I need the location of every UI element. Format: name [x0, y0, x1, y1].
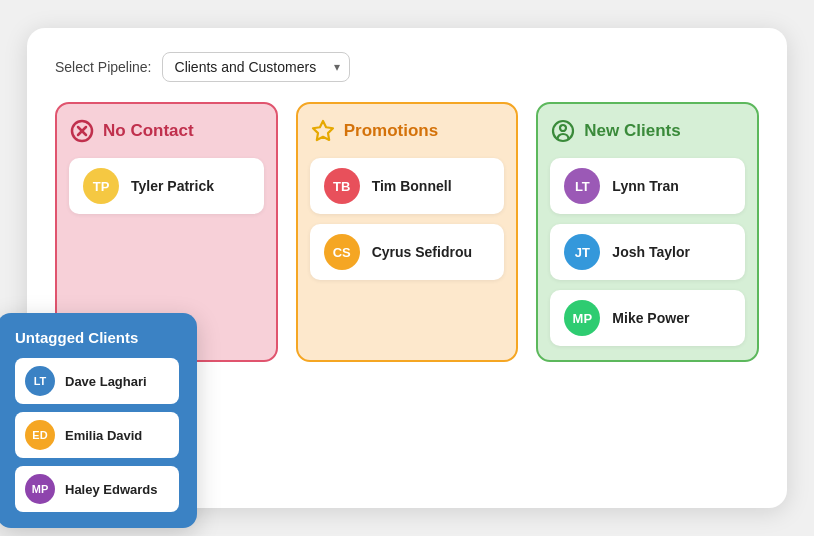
column-new-clients: New ClientsLTLynn TranJTJosh TaylorMPMik… [536, 102, 759, 362]
client-name: Tim Bonnell [372, 178, 452, 194]
svg-point-5 [560, 125, 566, 131]
avatar: MP [564, 300, 600, 336]
avatar: LT [25, 366, 55, 396]
star-icon [310, 118, 336, 144]
person-circle-icon [550, 118, 576, 144]
client-name: Lynn Tran [612, 178, 678, 194]
untagged-clients-list: LTDave LaghariEDEmilia DavidMPHaley Edwa… [15, 358, 179, 512]
client-name: Josh Taylor [612, 244, 690, 260]
client-card[interactable]: JTJosh Taylor [550, 224, 745, 280]
avatar: TB [324, 168, 360, 204]
avatar: LT [564, 168, 600, 204]
circle-x-icon [69, 118, 95, 144]
untagged-client-name: Dave Laghari [65, 374, 147, 389]
column-promotions: PromotionsTBTim BonnellCSCyrus Sefidrou [296, 102, 519, 362]
avatar: MP [25, 474, 55, 504]
pipeline-select-wrapper[interactable]: Clients and Customers [162, 52, 350, 82]
pipeline-label: Select Pipeline: [55, 59, 152, 75]
client-card[interactable]: CSCyrus Sefidrou [310, 224, 505, 280]
column-header-new-clients: New Clients [550, 118, 745, 144]
untagged-client-name: Emilia David [65, 428, 142, 443]
avatar: TP [83, 168, 119, 204]
untagged-client-card[interactable]: EDEmilia David [15, 412, 179, 458]
client-name: Cyrus Sefidrou [372, 244, 472, 260]
untagged-client-card[interactable]: LTDave Laghari [15, 358, 179, 404]
avatar: JT [564, 234, 600, 270]
client-name: Mike Power [612, 310, 689, 326]
untagged-title: Untagged Clients [15, 329, 179, 346]
untagged-client-card[interactable]: MPHaley Edwards [15, 466, 179, 512]
column-header-promotions: Promotions [310, 118, 505, 144]
svg-marker-3 [313, 121, 333, 140]
pipeline-select[interactable]: Clients and Customers [162, 52, 350, 82]
client-card[interactable]: TBTim Bonnell [310, 158, 505, 214]
main-container: Select Pipeline: Clients and Customers N… [27, 28, 787, 508]
client-card[interactable]: TPTyler Patrick [69, 158, 264, 214]
untagged-panel: Untagged Clients LTDave LaghariEDEmilia … [0, 313, 197, 528]
column-header-no-contact: No Contact [69, 118, 264, 144]
column-title-new-clients: New Clients [584, 121, 680, 141]
toolbar: Select Pipeline: Clients and Customers [55, 52, 759, 82]
client-card[interactable]: LTLynn Tran [550, 158, 745, 214]
client-card[interactable]: MPMike Power [550, 290, 745, 346]
client-name: Tyler Patrick [131, 178, 214, 194]
avatar: CS [324, 234, 360, 270]
avatar: ED [25, 420, 55, 450]
untagged-client-name: Haley Edwards [65, 482, 158, 497]
column-title-promotions: Promotions [344, 121, 438, 141]
column-title-no-contact: No Contact [103, 121, 194, 141]
